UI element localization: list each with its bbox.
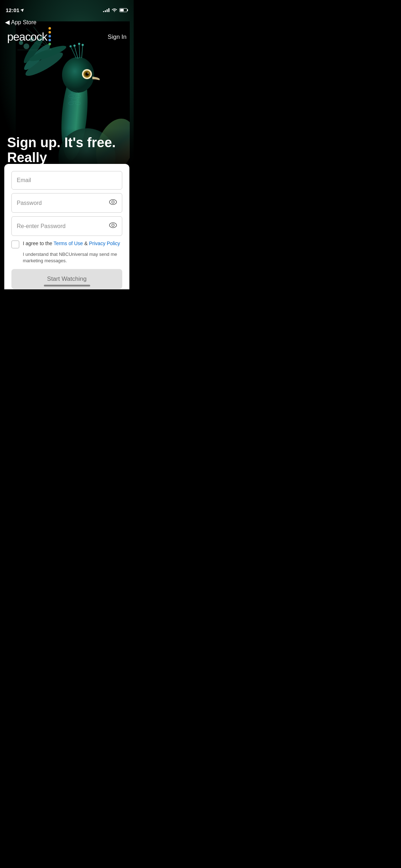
form-card: I agree to the Terms of Use & Privacy Po… bbox=[4, 164, 129, 289]
dot-5 bbox=[48, 43, 51, 45]
dot-2 bbox=[48, 31, 51, 33]
headline-text: Sign up. It's free. Really bbox=[7, 135, 127, 165]
password-field-container bbox=[11, 193, 122, 213]
svg-point-37 bbox=[112, 201, 114, 203]
headline-section: Sign up. It's free. Really bbox=[0, 135, 134, 165]
dot-4 bbox=[48, 39, 51, 41]
home-indicator bbox=[44, 285, 90, 286]
status-bar: 12:01 bbox=[0, 0, 134, 16]
svg-point-19 bbox=[87, 73, 88, 74]
logo-dots bbox=[48, 27, 51, 45]
password-toggle-icon[interactable] bbox=[109, 199, 117, 207]
location-arrow-icon bbox=[21, 8, 24, 12]
marketing-note: I understand that NBCUniversal may send … bbox=[23, 251, 122, 264]
reenter-password-toggle-icon[interactable] bbox=[109, 222, 117, 230]
back-nav[interactable]: ◀ App Store bbox=[5, 19, 36, 26]
terms-label: I agree to the Terms of Use & Privacy Po… bbox=[23, 240, 120, 247]
sign-in-button[interactable]: Sign In bbox=[108, 33, 127, 41]
header: peacock Sign In bbox=[0, 29, 134, 45]
password-input[interactable] bbox=[17, 200, 109, 206]
status-time: 12:01 bbox=[6, 7, 24, 13]
back-arrow-icon: ◀ bbox=[5, 19, 10, 26]
dot-1 bbox=[48, 27, 51, 30]
logo-area: peacock bbox=[7, 29, 51, 45]
signal-icon bbox=[103, 8, 109, 12]
battery-icon bbox=[119, 8, 128, 12]
reenter-password-field-container bbox=[11, 216, 122, 236]
terms-row: I agree to the Terms of Use & Privacy Po… bbox=[11, 240, 122, 248]
terms-ampersand: & bbox=[83, 241, 89, 246]
dot-3 bbox=[48, 35, 51, 37]
status-icons bbox=[103, 8, 128, 12]
back-label[interactable]: App Store bbox=[11, 19, 36, 26]
wifi-icon bbox=[112, 8, 117, 12]
logo-text: peacock bbox=[7, 30, 47, 43]
privacy-link[interactable]: Privacy Policy bbox=[89, 241, 120, 246]
svg-point-39 bbox=[112, 224, 114, 227]
email-field-container bbox=[11, 171, 122, 190]
svg-marker-0 bbox=[21, 8, 24, 12]
terms-checkbox[interactable] bbox=[11, 241, 19, 248]
time-display: 12:01 bbox=[6, 7, 19, 13]
svg-point-27 bbox=[70, 45, 72, 47]
svg-point-36 bbox=[109, 200, 117, 205]
terms-link[interactable]: Terms of Use bbox=[53, 241, 83, 246]
terms-prefix: I agree to the bbox=[23, 241, 53, 246]
reenter-password-input[interactable] bbox=[17, 223, 109, 229]
svg-point-38 bbox=[109, 223, 117, 228]
email-input[interactable] bbox=[17, 177, 117, 184]
